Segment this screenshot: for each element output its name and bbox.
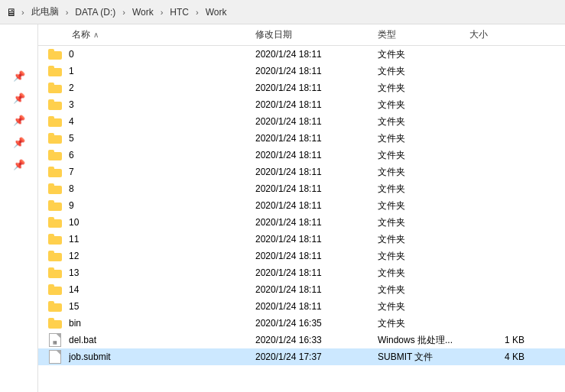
file-name: 15 [69, 301, 255, 312]
table-row[interactable]: 122020/1/24 18:11文件夹 [38, 248, 565, 264]
file-name: 12 [69, 251, 255, 261]
sep1: › [20, 8, 26, 17]
file-name: 0 [69, 49, 255, 60]
computer-icon: 🖥 [6, 6, 17, 18]
sep3: › [121, 8, 127, 17]
file-name: bin [69, 318, 255, 329]
file-type: 文件夹 [378, 216, 469, 229]
file-type: 文件夹 [378, 166, 469, 179]
table-row[interactable]: 22020/1/24 18:11文件夹 [38, 79, 565, 96]
pin-icon-1[interactable]: 📌 [13, 70, 25, 82]
table-row[interactable]: 12020/1/24 18:11文件夹 [38, 63, 565, 79]
table-row[interactable]: 102020/1/24 18:11文件夹 [38, 214, 565, 231]
file-date: 2020/1/24 16:35 [255, 318, 378, 329]
file-name: job.submit [69, 352, 255, 362]
file-type: 文件夹 [378, 132, 469, 145]
file-type: 文件夹 [378, 149, 469, 162]
file-type: 文件夹 [378, 65, 469, 78]
pin-icon-3[interactable]: 📌 [13, 115, 25, 126]
file-type: Windows 批处理... [378, 334, 469, 347]
file-name: 8 [69, 183, 255, 194]
file-date: 2020/1/24 18:11 [255, 251, 378, 261]
file-name: 3 [69, 99, 255, 110]
file-date: 2020/1/24 18:11 [255, 200, 378, 211]
breadcrumb-work2[interactable]: Work [203, 5, 229, 19]
sep2: › [64, 8, 70, 17]
table-row[interactable]: 92020/1/24 18:11文件夹 [38, 197, 565, 214]
folder-icon [41, 301, 69, 312]
table-row[interactable]: ▦del.bat2020/1/24 16:33Windows 批处理...1 K… [38, 332, 565, 348]
folder-icon [41, 167, 69, 177]
table-row[interactable]: 132020/1/24 18:11文件夹 [38, 264, 565, 281]
file-name: 10 [69, 217, 255, 228]
folder-icon [41, 284, 69, 295]
file-date: 2020/1/24 17:37 [255, 352, 378, 362]
file-date: 2020/1/24 18:11 [255, 49, 378, 60]
table-row[interactable]: 02020/1/24 18:11文件夹 [38, 46, 565, 63]
file-name: 14 [69, 284, 255, 295]
folder-icon [41, 251, 69, 261]
table-row[interactable]: 42020/1/24 18:11文件夹 [38, 113, 565, 130]
sep5: › [194, 8, 200, 17]
folder-icon [41, 83, 69, 93]
file-date: 2020/1/24 18:11 [255, 133, 378, 144]
file-explorer-window: 🖥 › 此电脑 › DATA (D:) › Work › HTC › Work … [0, 0, 565, 392]
file-type: 文件夹 [378, 199, 469, 212]
file-name: 5 [69, 133, 255, 144]
file-type: 文件夹 [378, 283, 469, 296]
file-date: 2020/1/24 18:11 [255, 99, 378, 110]
file-name: 13 [69, 267, 255, 278]
pin-icon-5[interactable]: 📌 [13, 159, 25, 170]
file-date: 2020/1/24 18:11 [255, 301, 378, 312]
pin-icon-2[interactable]: 📌 [13, 92, 25, 104]
file-date: 2020/1/24 18:11 [255, 167, 378, 177]
folder-icon [41, 133, 69, 144]
main-content: 📌 📌 📌 📌 📌 or系列教 章框架HTC 名称 ∧ 修改日期 类型 大小 [0, 24, 565, 392]
file-date: 2020/1/24 18:11 [255, 150, 378, 160]
pin-icon-4[interactable]: 📌 [13, 137, 25, 148]
table-row[interactable]: job.submit2020/1/24 17:37SUBMIT 文件4 KB [38, 348, 565, 365]
table-row[interactable]: bin2020/1/24 16:35文件夹 [38, 315, 565, 332]
table-row[interactable]: 32020/1/24 18:11文件夹 [38, 96, 565, 113]
file-date: 2020/1/24 16:33 [255, 335, 378, 345]
bat-file-icon: ▦ [41, 333, 69, 347]
sep4: › [159, 8, 165, 17]
folder-icon [41, 318, 69, 329]
column-headers[interactable]: 名称 ∧ 修改日期 类型 大小 [38, 24, 565, 46]
table-row[interactable]: 82020/1/24 18:11文件夹 [38, 180, 565, 197]
file-size: 1 KB [469, 335, 531, 345]
table-row[interactable]: 62020/1/24 18:11文件夹 [38, 147, 565, 164]
quick-access-pins: 📌 📌 📌 📌 📌 [0, 24, 37, 170]
file-date: 2020/1/24 18:11 [255, 183, 378, 194]
table-row[interactable]: 142020/1/24 18:11文件夹 [38, 281, 565, 298]
col-header-date[interactable]: 修改日期 [255, 28, 378, 41]
file-date: 2020/1/24 18:11 [255, 66, 378, 76]
table-row[interactable]: 52020/1/24 18:11文件夹 [38, 130, 565, 147]
file-date: 2020/1/24 18:11 [255, 116, 378, 127]
file-list: 02020/1/24 18:11文件夹12020/1/24 18:11文件夹22… [38, 46, 565, 392]
file-type: 文件夹 [378, 250, 469, 263]
folder-icon [41, 99, 69, 110]
file-date: 2020/1/24 18:11 [255, 217, 378, 228]
col-header-type[interactable]: 类型 [378, 28, 469, 41]
folder-icon [41, 116, 69, 127]
col-header-name[interactable]: 名称 ∧ [41, 28, 255, 41]
table-row[interactable]: 112020/1/24 18:11文件夹 [38, 231, 565, 248]
col-header-size[interactable]: 大小 [469, 28, 531, 41]
left-panel: 📌 📌 📌 📌 📌 or系列教 章框架HTC [0, 24, 38, 392]
table-row[interactable]: 152020/1/24 18:11文件夹 [38, 298, 565, 315]
breadcrumb-data-d[interactable]: DATA (D:) [73, 5, 118, 19]
submit-file-icon [41, 350, 69, 364]
folder-icon [41, 150, 69, 160]
file-name: 7 [69, 167, 255, 177]
folder-icon [41, 66, 69, 76]
breadcrumb-work1[interactable]: Work [130, 5, 156, 19]
breadcrumb-htc[interactable]: HTC [167, 5, 191, 19]
file-name: 9 [69, 200, 255, 211]
file-size: 4 KB [469, 352, 531, 362]
file-date: 2020/1/24 18:11 [255, 83, 378, 93]
file-name: 1 [69, 66, 255, 76]
file-date: 2020/1/24 18:11 [255, 284, 378, 295]
table-row[interactable]: 72020/1/24 18:11文件夹 [38, 164, 565, 180]
breadcrumb-this-pc[interactable]: 此电脑 [29, 4, 61, 20]
